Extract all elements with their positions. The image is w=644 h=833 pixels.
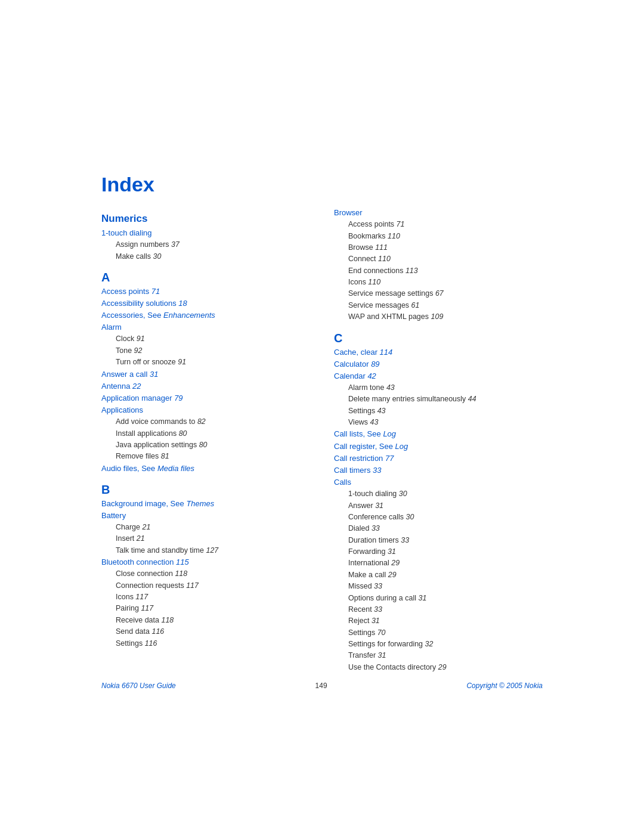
browser-end-conn-sub: End connections 113 xyxy=(334,265,543,277)
battery-insert-sub: Insert 21 xyxy=(101,533,310,544)
install-applications-sub: Install applications 80 xyxy=(101,428,310,439)
page-title: Index xyxy=(101,173,543,196)
browser-svc-msg-settings-sub: Service message settings 67 xyxy=(334,288,543,299)
alarm-clock-sub: Clock 91 xyxy=(101,333,310,345)
call-register-entry[interactable]: Call register, See Log xyxy=(334,441,543,453)
calls-contacts-sub: Use the Contacts directory 29 xyxy=(334,662,543,673)
calls-recent-sub: Recent 33 xyxy=(334,604,543,615)
cache-clear-entry[interactable]: Cache, clear 114 xyxy=(334,346,543,358)
alarm-tone-sub: Tone 92 xyxy=(101,345,310,357)
calls-duration-sub: Duration timers 33 xyxy=(334,535,543,546)
footer-left: Nokia 6670 User Guide xyxy=(101,682,176,690)
calls-international-sub: International 29 xyxy=(334,558,543,569)
battery-talk-time-sub: Talk time and standby time 127 xyxy=(101,545,310,556)
audio-files-entry[interactable]: Audio files, See Media files xyxy=(101,463,310,475)
calls-dialed-sub: Dialed 33 xyxy=(334,523,543,534)
antenna-entry[interactable]: Antenna 22 xyxy=(101,380,310,392)
c-heading: C xyxy=(334,332,543,345)
java-settings-sub: Java application settings 80 xyxy=(101,439,310,451)
applications-entry[interactable]: Applications xyxy=(101,404,310,416)
calls-missed-sub: Missed 33 xyxy=(334,581,543,592)
access-points-entry[interactable]: Access points 71 xyxy=(101,286,310,298)
bt-close-sub: Close connection 118 xyxy=(101,568,310,580)
bt-send-sub: Send data 116 xyxy=(101,626,310,637)
remove-files-sub: Remove files 81 xyxy=(101,451,310,462)
add-voice-commands-sub: Add voice commands to 82 xyxy=(101,416,310,428)
call-lists-entry[interactable]: Call lists, See Log xyxy=(334,428,543,440)
numerics-heading: Numerics xyxy=(101,213,310,225)
left-column: Numerics 1-touch dialing Assign numbers … xyxy=(101,207,310,649)
answer-call-entry[interactable]: Answer a call 31 xyxy=(101,368,310,380)
touch-dialing-entry[interactable]: 1-touch dialing xyxy=(101,227,310,239)
battery-charge-sub: Charge 21 xyxy=(101,522,310,533)
calls-forwarding-sub: Forwarding 31 xyxy=(334,546,543,558)
right-column: Browser Access points 71 Bookmarks 110 B… xyxy=(334,207,543,673)
b-heading: B xyxy=(101,483,310,497)
two-column-layout: Numerics 1-touch dialing Assign numbers … xyxy=(101,207,543,673)
bt-receive-sub: Receive data 118 xyxy=(101,615,310,626)
page: Index Numerics 1-touch dialing Assign nu… xyxy=(0,0,644,833)
browser-wap-sub: WAP and XHTML pages 109 xyxy=(334,311,543,323)
call-restriction-entry[interactable]: Call restriction 77 xyxy=(334,453,543,465)
calendar-views-sub: Views 43 xyxy=(334,417,543,428)
calls-transfer-sub: Transfer 31 xyxy=(334,650,543,661)
accessories-entry[interactable]: Accessories, See Enhancements xyxy=(101,309,310,321)
browser-heading[interactable]: Browser xyxy=(334,207,543,219)
browser-connect-sub: Connect 110 xyxy=(334,253,543,265)
accessibility-solutions-entry[interactable]: Accessibility solutions 18 xyxy=(101,298,310,309)
calls-settings-sub: Settings 70 xyxy=(334,627,543,639)
bluetooth-connection-entry[interactable]: Bluetooth connection 115 xyxy=(101,556,310,568)
battery-entry[interactable]: Battery xyxy=(101,510,310,522)
browser-access-sub: Access points 71 xyxy=(334,219,543,230)
alarm-turnoff-sub: Turn off or snooze 91 xyxy=(101,357,310,368)
make-calls-sub: Make calls 30 xyxy=(101,251,310,262)
bt-settings-sub: Settings 116 xyxy=(101,638,310,649)
calls-make-sub: Make a call 29 xyxy=(334,569,543,581)
content-area: Index Numerics 1-touch dialing Assign nu… xyxy=(101,0,543,721)
calendar-entry[interactable]: Calendar 42 xyxy=(334,370,543,382)
calculator-entry[interactable]: Calculator 89 xyxy=(334,358,543,370)
background-image-entry[interactable]: Background image, See Themes xyxy=(101,498,310,510)
alarm-entry[interactable]: Alarm xyxy=(101,321,310,333)
calls-1touch-sub: 1-touch dialing 30 xyxy=(334,488,543,500)
calls-entry[interactable]: Calls xyxy=(334,476,543,488)
calendar-settings-sub: Settings 43 xyxy=(334,405,543,417)
bt-conn-requests-sub: Connection requests 117 xyxy=(101,580,310,592)
calls-settings-fwd-sub: Settings for forwarding 32 xyxy=(334,639,543,650)
footer: Nokia 6670 User Guide 149 Copyright © 20… xyxy=(0,682,644,690)
application-manager-entry[interactable]: Application manager 79 xyxy=(101,392,310,404)
footer-center: 149 xyxy=(315,682,327,690)
bt-pairing-sub: Pairing 117 xyxy=(101,603,310,614)
a-heading: A xyxy=(101,271,310,284)
browser-bookmarks-sub: Bookmarks 110 xyxy=(334,231,543,242)
calls-conference-sub: Conference calls 30 xyxy=(334,512,543,523)
browser-svc-msg-sub: Service messages 61 xyxy=(334,300,543,311)
browser-browse-sub: Browse 111 xyxy=(334,242,543,253)
assign-numbers-sub: Assign numbers 37 xyxy=(101,239,310,250)
calendar-delete-sub: Delete many entries simultaneously 44 xyxy=(334,394,543,405)
bt-icons-sub: Icons 117 xyxy=(101,592,310,603)
footer-right: Copyright © 2005 Nokia xyxy=(466,682,543,690)
calls-reject-sub: Reject 31 xyxy=(334,615,543,627)
calendar-alarm-tone-sub: Alarm tone 43 xyxy=(334,382,543,394)
calls-answer-sub: Answer 31 xyxy=(334,500,543,512)
browser-icons-sub: Icons 110 xyxy=(334,277,543,288)
calls-options-sub: Options during a call 31 xyxy=(334,593,543,604)
call-timers-entry[interactable]: Call timers 33 xyxy=(334,465,543,476)
